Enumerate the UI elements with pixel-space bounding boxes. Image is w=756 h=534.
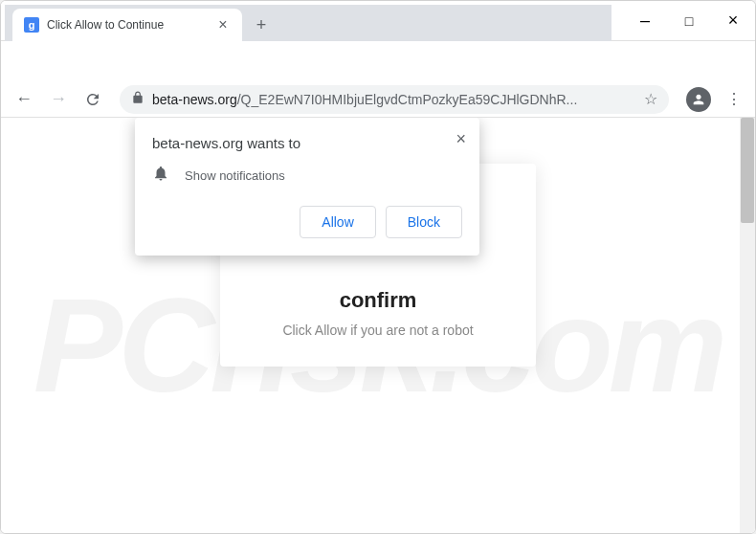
tab-title: Click Allow to Continue bbox=[47, 18, 208, 32]
tab-favicon: g bbox=[24, 17, 39, 33]
allow-button[interactable]: Allow bbox=[300, 206, 375, 238]
confirm-heading: confirm bbox=[239, 288, 517, 313]
notification-close-icon[interactable]: × bbox=[456, 129, 466, 149]
url-text: beta-news.org/Q_E2EwN7I0HMIbjuElgvdCtmPo… bbox=[152, 92, 636, 107]
window-close-button[interactable]: × bbox=[711, 1, 755, 41]
scrollbar[interactable] bbox=[740, 118, 755, 534]
bookmark-star-icon[interactable]: ☆ bbox=[644, 90, 657, 108]
maximize-button[interactable]: □ bbox=[667, 1, 711, 41]
browser-window: g Click Allow to Continue × + – □ × ← → … bbox=[0, 0, 756, 534]
url-domain: beta-news.org bbox=[152, 92, 237, 107]
notification-title: beta-news.org wants to bbox=[152, 135, 462, 151]
lock-icon bbox=[131, 91, 145, 107]
url-path: /Q_E2EwN7I0HMIbjuElgvdCtmPozkyEa59CJHlGD… bbox=[237, 92, 578, 107]
profile-icon[interactable] bbox=[686, 87, 711, 112]
forward-button: → bbox=[43, 84, 74, 115]
notification-text: Show notifications bbox=[185, 168, 285, 183]
tab-bar: g Click Allow to Continue × + bbox=[5, 5, 611, 41]
address-bar[interactable]: beta-news.org/Q_E2EwN7I0HMIbjuElgvdCtmPo… bbox=[120, 85, 669, 114]
menu-icon[interactable]: ⋮ bbox=[721, 86, 747, 113]
reload-button[interactable] bbox=[78, 84, 108, 115]
browser-tab[interactable]: g Click Allow to Continue × bbox=[12, 9, 242, 41]
bell-icon bbox=[152, 165, 169, 187]
notification-row: Show notifications bbox=[152, 165, 462, 187]
window-controls: – □ × bbox=[623, 1, 755, 41]
back-button[interactable]: ← bbox=[9, 84, 39, 115]
scroll-thumb[interactable] bbox=[741, 118, 754, 223]
confirm-subtext: Click Allow if you are not a robot bbox=[239, 323, 517, 338]
new-tab-button[interactable]: + bbox=[248, 11, 275, 38]
toolbar: ← → beta-news.org/Q_E2EwN7I0HMIbjuElgvdC… bbox=[1, 81, 755, 118]
minimize-button[interactable]: – bbox=[623, 1, 667, 41]
tab-close-icon[interactable]: × bbox=[215, 16, 231, 33]
notification-popup: × beta-news.org wants to Show notificati… bbox=[135, 118, 479, 256]
content-area: PCrisk.com confirm Click Allow if you ar… bbox=[1, 118, 755, 534]
notification-buttons: Allow Block bbox=[152, 206, 462, 238]
block-button[interactable]: Block bbox=[386, 206, 462, 238]
